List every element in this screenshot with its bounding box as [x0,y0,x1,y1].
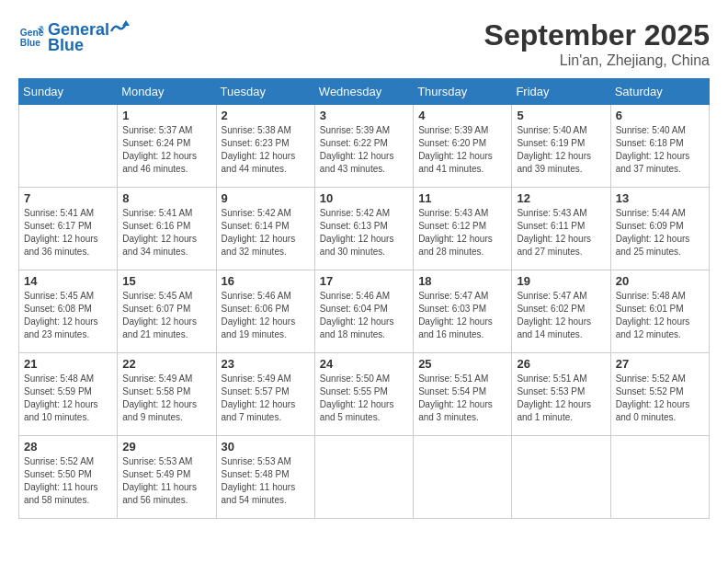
day-number: 15 [122,274,210,288]
logo-wave-icon [109,18,130,35]
day-info: Sunrise: 5:41 AMSunset: 6:17 PMDaylight:… [24,207,112,259]
day-info: Sunrise: 5:44 AMSunset: 6:09 PMDaylight:… [616,207,704,259]
month-title: September 2025 [484,18,710,52]
day-info: Sunrise: 5:50 AMSunset: 5:55 PMDaylight:… [320,373,408,424]
day-number: 12 [517,191,605,205]
day-number: 13 [616,191,704,205]
day-info: Sunrise: 5:39 AMSunset: 6:22 PMDaylight:… [320,124,408,176]
day-number: 29 [122,440,210,454]
day-info: Sunrise: 5:45 AMSunset: 6:07 PMDaylight:… [122,290,210,341]
day-number: 1 [122,109,210,122]
calendar-cell [19,105,118,188]
calendar-cell: 21Sunrise: 5:48 AMSunset: 5:59 PMDayligh… [19,353,118,436]
calendar-cell [414,436,512,519]
weekday-header-thursday: Thursday [414,79,512,105]
day-number: 7 [24,191,112,205]
day-number: 14 [24,274,112,288]
day-info: Sunrise: 5:43 AMSunset: 6:12 PMDaylight:… [418,207,506,259]
calendar-cell: 18Sunrise: 5:47 AMSunset: 6:03 PMDayligh… [414,270,512,353]
day-number: 3 [320,109,408,122]
calendar-cell: 10Sunrise: 5:42 AMSunset: 6:13 PMDayligh… [314,188,413,270]
calendar-cell: 29Sunrise: 5:53 AMSunset: 5:49 PMDayligh… [118,436,216,519]
calendar-cell: 12Sunrise: 5:43 AMSunset: 6:11 PMDayligh… [512,188,610,270]
day-number: 6 [616,109,704,122]
day-number: 23 [222,357,310,371]
day-info: Sunrise: 5:49 AMSunset: 5:58 PMDaylight:… [122,373,210,424]
day-info: Sunrise: 5:41 AMSunset: 6:16 PMDaylight:… [122,207,210,259]
day-number: 18 [418,274,506,288]
day-info: Sunrise: 5:53 AMSunset: 5:48 PMDaylight:… [222,455,310,507]
calendar-cell: 1Sunrise: 5:37 AMSunset: 6:24 PMDaylight… [118,105,216,188]
day-info: Sunrise: 5:46 AMSunset: 6:06 PMDaylight:… [222,290,310,341]
day-info: Sunrise: 5:47 AMSunset: 6:02 PMDaylight:… [517,290,605,341]
weekday-header-tuesday: Tuesday [216,79,314,105]
day-number: 20 [616,274,704,288]
day-number: 30 [222,440,310,454]
calendar-cell: 28Sunrise: 5:52 AMSunset: 5:50 PMDayligh… [19,436,118,519]
day-info: Sunrise: 5:43 AMSunset: 6:11 PMDaylight:… [517,207,605,259]
day-number: 27 [616,357,704,371]
day-number: 5 [517,109,605,122]
calendar-cell: 25Sunrise: 5:51 AMSunset: 5:54 PMDayligh… [414,353,512,436]
day-number: 17 [320,274,408,288]
svg-text:Blue: Blue [20,38,41,48]
day-info: Sunrise: 5:40 AMSunset: 6:18 PMDaylight:… [616,124,704,176]
calendar-cell [610,436,709,519]
day-info: Sunrise: 5:51 AMSunset: 5:54 PMDaylight:… [418,373,506,424]
header: General Blue General Blue September 2025… [18,18,710,69]
weekday-header-wednesday: Wednesday [314,79,413,105]
week-row-4: 21Sunrise: 5:48 AMSunset: 5:59 PMDayligh… [19,353,710,436]
calendar-cell: 14Sunrise: 5:45 AMSunset: 6:08 PMDayligh… [19,270,118,353]
day-number: 26 [517,357,605,371]
weekday-header-row: SundayMondayTuesdayWednesdayThursdayFrid… [19,79,710,105]
calendar-cell: 15Sunrise: 5:45 AMSunset: 6:07 PMDayligh… [118,270,216,353]
day-info: Sunrise: 5:40 AMSunset: 6:19 PMDaylight:… [517,124,605,176]
day-number: 28 [24,440,112,454]
day-info: Sunrise: 5:38 AMSunset: 6:23 PMDaylight:… [222,124,310,176]
calendar-cell: 11Sunrise: 5:43 AMSunset: 6:12 PMDayligh… [414,188,512,270]
calendar-cell: 27Sunrise: 5:52 AMSunset: 5:52 PMDayligh… [610,353,709,436]
calendar-cell: 16Sunrise: 5:46 AMSunset: 6:06 PMDayligh… [216,270,314,353]
calendar-cell: 23Sunrise: 5:49 AMSunset: 5:57 PMDayligh… [216,353,314,436]
calendar-table: SundayMondayTuesdayWednesdayThursdayFrid… [18,78,710,519]
day-info: Sunrise: 5:51 AMSunset: 5:53 PMDaylight:… [517,373,605,424]
logo: General Blue General Blue [18,18,130,55]
day-info: Sunrise: 5:48 AMSunset: 6:01 PMDaylight:… [616,290,704,341]
day-info: Sunrise: 5:46 AMSunset: 6:04 PMDaylight:… [320,290,408,341]
weekday-header-friday: Friday [512,79,610,105]
day-number: 21 [24,357,112,371]
day-info: Sunrise: 5:42 AMSunset: 6:14 PMDaylight:… [222,207,310,259]
calendar-cell: 7Sunrise: 5:41 AMSunset: 6:17 PMDaylight… [19,188,118,270]
day-number: 16 [222,274,310,288]
calendar-cell: 26Sunrise: 5:51 AMSunset: 5:53 PMDayligh… [512,353,610,436]
calendar-cell: 8Sunrise: 5:41 AMSunset: 6:16 PMDaylight… [118,188,216,270]
day-number: 19 [517,274,605,288]
week-row-5: 28Sunrise: 5:52 AMSunset: 5:50 PMDayligh… [19,436,710,519]
logo-icon: General Blue [18,24,44,50]
day-info: Sunrise: 5:53 AMSunset: 5:49 PMDaylight:… [122,455,210,507]
calendar-cell: 13Sunrise: 5:44 AMSunset: 6:09 PMDayligh… [610,188,709,270]
day-info: Sunrise: 5:52 AMSunset: 5:50 PMDaylight:… [24,455,112,507]
day-number: 4 [418,109,506,122]
day-info: Sunrise: 5:52 AMSunset: 5:52 PMDaylight:… [616,373,704,424]
calendar-cell: 2Sunrise: 5:38 AMSunset: 6:23 PMDaylight… [216,105,314,188]
weekday-header-saturday: Saturday [610,79,709,105]
day-info: Sunrise: 5:39 AMSunset: 6:20 PMDaylight:… [418,124,506,176]
calendar-cell: 3Sunrise: 5:39 AMSunset: 6:22 PMDaylight… [314,105,413,188]
day-number: 11 [418,191,506,205]
calendar-cell: 9Sunrise: 5:42 AMSunset: 6:14 PMDaylight… [216,188,314,270]
weekday-header-sunday: Sunday [19,79,118,105]
week-row-3: 14Sunrise: 5:45 AMSunset: 6:08 PMDayligh… [19,270,710,353]
day-info: Sunrise: 5:48 AMSunset: 5:59 PMDaylight:… [24,373,112,424]
day-number: 24 [320,357,408,371]
day-number: 10 [320,191,408,205]
day-number: 8 [122,191,210,205]
day-info: Sunrise: 5:42 AMSunset: 6:13 PMDaylight:… [320,207,408,259]
svg-marker-4 [122,20,130,26]
calendar-cell: 5Sunrise: 5:40 AMSunset: 6:19 PMDaylight… [512,105,610,188]
calendar-cell: 20Sunrise: 5:48 AMSunset: 6:01 PMDayligh… [610,270,709,353]
day-number: 9 [222,191,310,205]
calendar-cell [314,436,413,519]
location-title: Lin'an, Zhejiang, China [484,52,710,69]
day-info: Sunrise: 5:37 AMSunset: 6:24 PMDaylight:… [122,124,210,176]
